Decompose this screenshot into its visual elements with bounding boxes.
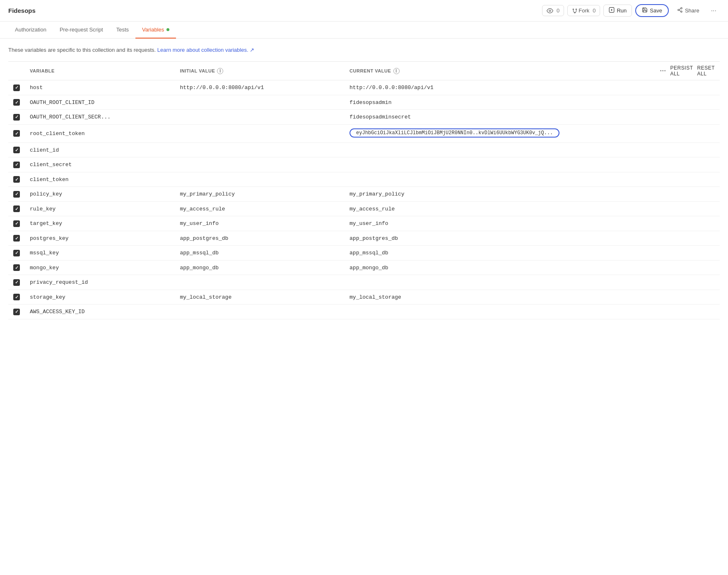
svg-point-10 xyxy=(681,11,682,12)
tab-variables[interactable]: Variables xyxy=(135,22,176,39)
tab-tests-label: Tests xyxy=(116,27,129,33)
row-checkbox[interactable] xyxy=(13,176,20,183)
row-checkbox-cell xyxy=(8,304,25,319)
row-initial-value[interactable] xyxy=(175,124,345,143)
initial-value-info-icon[interactable]: i xyxy=(217,68,223,74)
row-variable-name: rule_key xyxy=(25,201,175,216)
tab-authorization[interactable]: Authorization xyxy=(8,22,53,39)
learn-more-link[interactable]: Learn more about collection variables. ↗ xyxy=(157,47,254,53)
row-current-value[interactable]: app_postgres_db xyxy=(345,231,655,246)
row-checkbox[interactable] xyxy=(13,235,20,242)
row-actions xyxy=(655,172,720,187)
tab-pre-request[interactable]: Pre-request Script xyxy=(53,22,110,39)
svg-point-1 xyxy=(573,9,574,10)
row-current-value[interactable] xyxy=(345,172,655,187)
row-checkbox-cell xyxy=(8,95,25,110)
row-actions xyxy=(655,187,720,202)
th-initial-value: INITIAL VALUE i xyxy=(175,62,345,80)
row-initial-value[interactable]: http://0.0.0.0:8080/api/v1 xyxy=(175,80,345,95)
row-initial-value[interactable]: app_mssql_db xyxy=(175,246,345,261)
row-current-value[interactable]: my_local_storage xyxy=(345,290,655,304)
row-initial-value[interactable]: my_user_info xyxy=(175,216,345,231)
row-checkbox[interactable] xyxy=(13,147,20,153)
row-checkbox[interactable] xyxy=(13,220,20,227)
run-label: Run xyxy=(617,7,627,14)
eye-icon xyxy=(547,7,553,14)
row-initial-value[interactable]: app_postgres_db xyxy=(175,231,345,246)
row-checkbox[interactable] xyxy=(13,264,20,271)
row-checkbox[interactable] xyxy=(13,309,20,315)
row-initial-value[interactable]: my_access_rule xyxy=(175,201,345,216)
row-checkbox-cell xyxy=(8,201,25,216)
row-initial-value[interactable] xyxy=(175,143,345,157)
row-current-value[interactable]: fidesopsadminsecret xyxy=(345,110,655,125)
row-current-value[interactable] xyxy=(345,157,655,172)
row-initial-value[interactable] xyxy=(175,157,345,172)
row-current-value[interactable]: eyJhbGciOiJkaXliLCJlbmMiOiJBMjU2R0NNIn0.… xyxy=(345,124,655,143)
save-button[interactable]: Save xyxy=(635,4,669,17)
tab-authorization-label: Authorization xyxy=(15,27,46,33)
row-current-value[interactable]: app_mssql_db xyxy=(345,246,655,261)
row-current-value[interactable] xyxy=(345,304,655,319)
row-current-value[interactable] xyxy=(345,143,655,157)
row-current-value[interactable]: my_user_info xyxy=(345,216,655,231)
row-initial-value[interactable]: my_primary_policy xyxy=(175,187,345,202)
row-current-value[interactable]: app_mongo_db xyxy=(345,260,655,275)
th-checkbox xyxy=(8,62,25,80)
share-button[interactable]: Share xyxy=(672,5,704,16)
row-checkbox-cell xyxy=(8,260,25,275)
row-current-value[interactable]: fidesopsadmin xyxy=(345,95,655,110)
row-actions xyxy=(655,246,720,261)
row-checkbox[interactable] xyxy=(13,191,20,198)
tab-variables-label: Variables xyxy=(142,27,164,33)
row-current-value[interactable]: my_access_rule xyxy=(345,201,655,216)
row-initial-value[interactable] xyxy=(175,172,345,187)
fork-button[interactable]: Fork 0 xyxy=(567,5,600,16)
row-checkbox[interactable] xyxy=(13,99,20,106)
row-checkbox[interactable] xyxy=(13,250,20,256)
more-button[interactable]: ··· xyxy=(708,5,720,17)
share-icon xyxy=(677,7,683,14)
row-current-value[interactable] xyxy=(345,275,655,290)
row-checkbox[interactable] xyxy=(13,130,20,137)
save-icon xyxy=(642,7,648,14)
column-options-icon[interactable]: ··· xyxy=(660,67,666,75)
row-actions xyxy=(655,201,720,216)
row-variable-name: target_key xyxy=(25,216,175,231)
watch-count: 0 xyxy=(557,7,559,14)
row-initial-value[interactable]: my_local_storage xyxy=(175,290,345,304)
table-row: target_keymy_user_infomy_user_info xyxy=(8,216,720,231)
run-icon xyxy=(609,7,615,14)
row-checkbox[interactable] xyxy=(13,294,20,300)
row-checkbox-cell xyxy=(8,290,25,304)
reset-all-button[interactable]: Reset All xyxy=(697,65,715,77)
row-initial-value[interactable] xyxy=(175,110,345,125)
run-button[interactable]: Run xyxy=(603,5,632,17)
current-value-info-icon[interactable]: i xyxy=(393,68,400,74)
row-initial-value[interactable] xyxy=(175,275,345,290)
tab-tests[interactable]: Tests xyxy=(110,22,135,39)
watch-button[interactable]: 0 xyxy=(542,5,564,16)
row-checkbox-cell xyxy=(8,80,25,95)
table-row: mongo_keyapp_mongo_dbapp_mongo_db xyxy=(8,260,720,275)
row-checkbox[interactable] xyxy=(13,162,20,168)
row-current-value[interactable]: my_primary_policy xyxy=(345,187,655,202)
th-actions: ··· Persist All Reset All xyxy=(655,62,720,80)
tab-pre-request-label: Pre-request Script xyxy=(60,27,103,33)
row-current-value[interactable]: http://0.0.0.0:8080/api/v1 xyxy=(345,80,655,95)
persist-all-button[interactable]: Persist All xyxy=(670,65,693,77)
table-row: policy_keymy_primary_policymy_primary_po… xyxy=(8,187,720,202)
row-actions xyxy=(655,260,720,275)
row-checkbox-cell xyxy=(8,246,25,261)
row-initial-value[interactable] xyxy=(175,304,345,319)
row-initial-value[interactable] xyxy=(175,95,345,110)
row-checkbox[interactable] xyxy=(13,114,20,121)
row-variable-name: policy_key xyxy=(25,187,175,202)
svg-point-8 xyxy=(681,7,682,9)
row-checkbox[interactable] xyxy=(13,205,20,212)
th-current-value: CURRENT VALUE i xyxy=(345,62,655,80)
row-actions xyxy=(655,143,720,157)
row-initial-value[interactable]: app_mongo_db xyxy=(175,260,345,275)
row-checkbox[interactable] xyxy=(13,279,20,286)
row-checkbox[interactable] xyxy=(13,85,20,91)
